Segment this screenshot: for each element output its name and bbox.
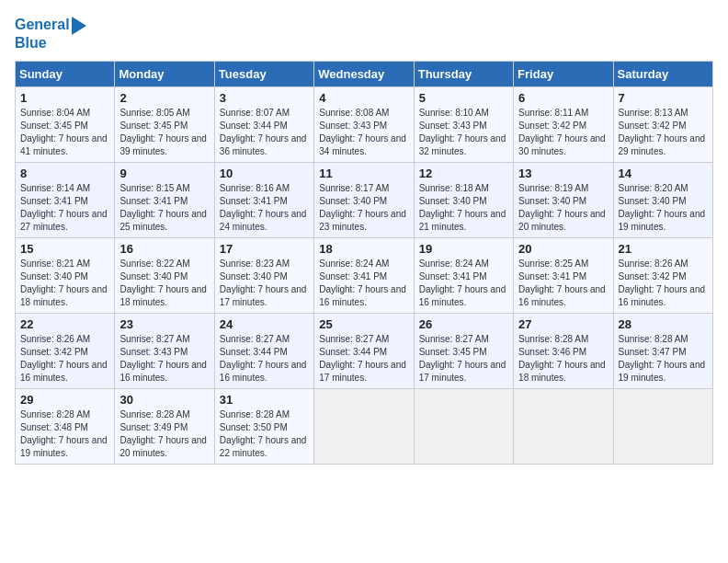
day-detail: Sunrise: 8:24 AM Sunset: 3:41 PM Dayligh… — [419, 258, 508, 309]
day-number: 20 — [518, 242, 608, 256]
calendar-cell: 11Sunrise: 8:17 AM Sunset: 3:40 PM Dayli… — [314, 162, 414, 237]
day-detail: Sunrise: 8:17 AM Sunset: 3:40 PM Dayligh… — [319, 182, 408, 234]
day-detail: Sunrise: 8:23 AM Sunset: 3:40 PM Dayligh… — [220, 258, 309, 309]
calendar-cell: 26Sunrise: 8:27 AM Sunset: 3:45 PM Dayli… — [414, 313, 513, 388]
day-detail: Sunrise: 8:11 AM Sunset: 3:42 PM Dayligh… — [518, 107, 608, 158]
calendar-cell: 10Sunrise: 8:16 AM Sunset: 3:41 PM Dayli… — [214, 162, 313, 237]
calendar-cell: 20Sunrise: 8:25 AM Sunset: 3:41 PM Dayli… — [514, 237, 613, 313]
day-number: 18 — [319, 242, 408, 256]
calendar-cell: 17Sunrise: 8:23 AM Sunset: 3:40 PM Dayli… — [214, 237, 313, 313]
calendar-col-sunday: Sunday — [16, 61, 115, 86]
day-number: 31 — [220, 393, 309, 407]
day-detail: Sunrise: 8:05 AM Sunset: 3:45 PM Dayligh… — [119, 107, 209, 158]
calendar-cell: 1Sunrise: 8:04 AM Sunset: 3:45 PM Daylig… — [16, 86, 115, 162]
logo-arrow-icon — [72, 17, 86, 35]
calendar-cell: 31Sunrise: 8:28 AM Sunset: 3:50 PM Dayli… — [214, 388, 313, 464]
day-detail: Sunrise: 8:18 AM Sunset: 3:40 PM Dayligh… — [419, 182, 508, 234]
page-header: General Blue — [15, 15, 713, 52]
calendar-cell — [613, 388, 712, 464]
calendar-cell: 27Sunrise: 8:28 AM Sunset: 3:46 PM Dayli… — [514, 313, 613, 388]
day-detail: Sunrise: 8:27 AM Sunset: 3:45 PM Dayligh… — [419, 333, 508, 385]
calendar-cell: 29Sunrise: 8:28 AM Sunset: 3:48 PM Dayli… — [16, 388, 115, 464]
calendar-col-wednesday: Wednesday — [314, 61, 414, 86]
day-detail: Sunrise: 8:25 AM Sunset: 3:41 PM Dayligh… — [518, 258, 608, 309]
calendar-cell: 13Sunrise: 8:19 AM Sunset: 3:40 PM Dayli… — [514, 162, 613, 237]
day-number: 3 — [220, 91, 309, 105]
calendar-week-1: 1Sunrise: 8:04 AM Sunset: 3:45 PM Daylig… — [16, 86, 713, 162]
day-number: 17 — [220, 242, 309, 256]
calendar-cell: 5Sunrise: 8:10 AM Sunset: 3:43 PM Daylig… — [414, 86, 513, 162]
day-number: 15 — [20, 242, 109, 256]
day-detail: Sunrise: 8:21 AM Sunset: 3:40 PM Dayligh… — [20, 258, 109, 309]
calendar-cell: 9Sunrise: 8:15 AM Sunset: 3:41 PM Daylig… — [115, 162, 214, 237]
calendar-header-row: SundayMondayTuesdayWednesdayThursdayFrid… — [16, 61, 713, 86]
day-number: 26 — [419, 317, 508, 331]
day-number: 13 — [518, 167, 608, 180]
calendar-cell: 14Sunrise: 8:20 AM Sunset: 3:40 PM Dayli… — [613, 162, 712, 237]
calendar-cell: 6Sunrise: 8:11 AM Sunset: 3:42 PM Daylig… — [514, 86, 613, 162]
day-number: 28 — [619, 317, 708, 331]
day-detail: Sunrise: 8:28 AM Sunset: 3:47 PM Dayligh… — [619, 333, 708, 385]
day-detail: Sunrise: 8:27 AM Sunset: 3:44 PM Dayligh… — [220, 333, 309, 385]
day-detail: Sunrise: 8:28 AM Sunset: 3:49 PM Dayligh… — [119, 408, 209, 460]
day-detail: Sunrise: 8:28 AM Sunset: 3:46 PM Dayligh… — [518, 333, 608, 385]
calendar-cell — [414, 388, 513, 464]
day-detail: Sunrise: 8:26 AM Sunset: 3:42 PM Dayligh… — [619, 258, 708, 309]
day-number: 22 — [20, 317, 109, 331]
day-detail: Sunrise: 8:24 AM Sunset: 3:41 PM Dayligh… — [319, 258, 408, 309]
calendar-cell: 2Sunrise: 8:05 AM Sunset: 3:45 PM Daylig… — [115, 86, 214, 162]
day-number: 25 — [319, 317, 408, 331]
calendar-week-2: 8Sunrise: 8:14 AM Sunset: 3:41 PM Daylig… — [16, 162, 713, 237]
day-number: 23 — [119, 317, 209, 331]
calendar-cell: 7Sunrise: 8:13 AM Sunset: 3:42 PM Daylig… — [613, 86, 712, 162]
calendar-col-friday: Friday — [514, 61, 613, 86]
calendar-cell: 23Sunrise: 8:27 AM Sunset: 3:43 PM Dayli… — [115, 313, 214, 388]
day-detail: Sunrise: 8:08 AM Sunset: 3:43 PM Dayligh… — [319, 107, 408, 158]
calendar-cell: 24Sunrise: 8:27 AM Sunset: 3:44 PM Dayli… — [214, 313, 313, 388]
day-detail: Sunrise: 8:20 AM Sunset: 3:40 PM Dayligh… — [619, 182, 708, 234]
calendar-cell — [314, 388, 414, 464]
calendar-week-3: 15Sunrise: 8:21 AM Sunset: 3:40 PM Dayli… — [16, 237, 713, 313]
calendar-week-5: 29Sunrise: 8:28 AM Sunset: 3:48 PM Dayli… — [16, 388, 713, 464]
day-number: 11 — [319, 167, 408, 180]
day-detail: Sunrise: 8:15 AM Sunset: 3:41 PM Dayligh… — [119, 182, 209, 234]
day-number: 9 — [119, 167, 209, 180]
calendar-week-4: 22Sunrise: 8:26 AM Sunset: 3:42 PM Dayli… — [16, 313, 713, 388]
day-number: 19 — [419, 242, 508, 256]
calendar-cell: 16Sunrise: 8:22 AM Sunset: 3:40 PM Dayli… — [115, 237, 214, 313]
logo-text2: Blue — [15, 35, 47, 52]
calendar-cell — [514, 388, 613, 464]
day-detail: Sunrise: 8:07 AM Sunset: 3:44 PM Dayligh… — [220, 107, 309, 158]
day-number: 4 — [319, 91, 408, 105]
day-detail: Sunrise: 8:28 AM Sunset: 3:50 PM Dayligh… — [220, 408, 309, 460]
calendar-cell: 15Sunrise: 8:21 AM Sunset: 3:40 PM Dayli… — [16, 237, 115, 313]
calendar-table: SundayMondayTuesdayWednesdayThursdayFrid… — [15, 61, 713, 465]
calendar-col-thursday: Thursday — [414, 61, 513, 86]
day-number: 2 — [119, 91, 209, 105]
day-detail: Sunrise: 8:19 AM Sunset: 3:40 PM Dayligh… — [518, 182, 608, 234]
day-number: 6 — [518, 91, 608, 105]
calendar-col-tuesday: Tuesday — [214, 61, 313, 86]
logo: General Blue — [15, 15, 86, 52]
day-number: 12 — [419, 167, 508, 180]
day-number: 1 — [20, 91, 109, 105]
day-number: 16 — [119, 242, 209, 256]
calendar-cell: 30Sunrise: 8:28 AM Sunset: 3:49 PM Dayli… — [115, 388, 214, 464]
day-number: 8 — [20, 167, 109, 180]
day-detail: Sunrise: 8:14 AM Sunset: 3:41 PM Dayligh… — [20, 182, 109, 234]
day-detail: Sunrise: 8:27 AM Sunset: 3:44 PM Dayligh… — [319, 333, 408, 385]
day-detail: Sunrise: 8:10 AM Sunset: 3:43 PM Dayligh… — [419, 107, 508, 158]
day-number: 7 — [619, 91, 708, 105]
day-detail: Sunrise: 8:28 AM Sunset: 3:48 PM Dayligh… — [20, 408, 109, 460]
day-number: 30 — [119, 393, 209, 407]
calendar-cell: 18Sunrise: 8:24 AM Sunset: 3:41 PM Dayli… — [314, 237, 414, 313]
calendar-cell: 28Sunrise: 8:28 AM Sunset: 3:47 PM Dayli… — [613, 313, 712, 388]
calendar-col-saturday: Saturday — [613, 61, 712, 86]
calendar-cell: 4Sunrise: 8:08 AM Sunset: 3:43 PM Daylig… — [314, 86, 414, 162]
logo-text: General — [15, 17, 70, 33]
day-detail: Sunrise: 8:22 AM Sunset: 3:40 PM Dayligh… — [119, 258, 209, 309]
day-number: 21 — [619, 242, 708, 256]
calendar-cell: 19Sunrise: 8:24 AM Sunset: 3:41 PM Dayli… — [414, 237, 513, 313]
calendar-cell: 12Sunrise: 8:18 AM Sunset: 3:40 PM Dayli… — [414, 162, 513, 237]
calendar-cell: 8Sunrise: 8:14 AM Sunset: 3:41 PM Daylig… — [16, 162, 115, 237]
